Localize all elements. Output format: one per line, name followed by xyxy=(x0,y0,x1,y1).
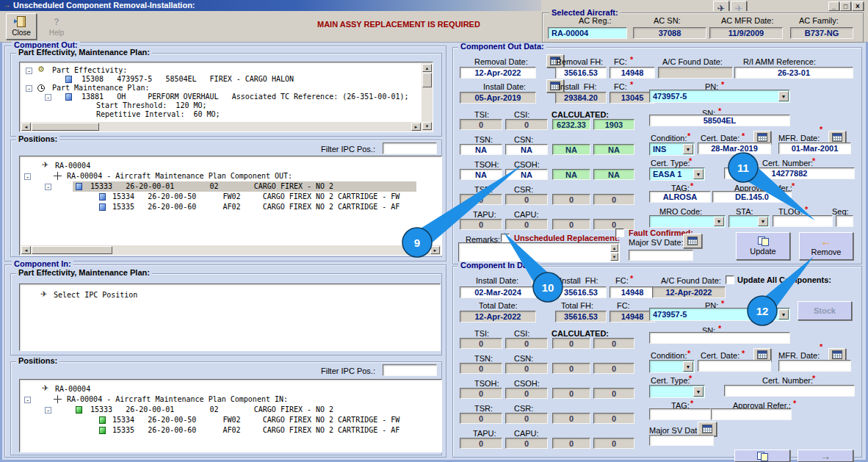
out-filter-ipc-input[interactable] xyxy=(383,142,437,154)
tree-row-selected[interactable]: 15333 26-20-00-01 02 CARGO FIREX - NO 2 xyxy=(90,182,333,191)
major-sv-date-calendar-button[interactable] xyxy=(683,234,702,248)
dropdown-arrow-icon[interactable]: ▼ xyxy=(758,217,768,226)
ri-amm-reference-field[interactable]: 26-23-01 xyxy=(734,67,853,79)
in-install-fh-field[interactable]: 35616.53 xyxy=(555,286,607,298)
tsoh-field[interactable]: NA xyxy=(460,169,502,180)
tree-row[interactable]: RA-00004 - Aircraft Maintenance Plan Com… xyxy=(67,172,292,181)
tree-row[interactable]: Select IPC Position xyxy=(54,291,137,300)
dropdown-arrow-icon[interactable]: ▼ xyxy=(693,169,704,179)
expander-icon[interactable]: - xyxy=(24,173,31,180)
removal-date-field[interactable]: 12-Apr-2022 xyxy=(460,67,536,79)
in-install-date-field[interactable]: 02-Mar-2024 xyxy=(460,286,536,298)
fault-confirmed-checkbox[interactable] xyxy=(615,228,624,237)
in-mfr-date-field[interactable] xyxy=(778,360,851,372)
tree-row[interactable]: 13881 OH PERFORM OVERHAUL Associated TC … xyxy=(82,93,409,101)
removal-fh-field[interactable]: 35616.53 xyxy=(555,67,607,79)
in-install-date-calendar-button[interactable] xyxy=(532,273,548,286)
scroll-right-icon[interactable]: ► xyxy=(430,246,440,254)
out-approval-field[interactable]: DE.145.0 xyxy=(712,191,792,203)
in-pn-combo[interactable]: 473957-5 ▼ xyxy=(649,308,790,321)
out-tag-field[interactable]: ALROSA xyxy=(649,191,711,203)
out-pn-combo[interactable]: 473957-5 ▼ xyxy=(649,90,790,103)
dropdown-arrow-icon[interactable]: ▼ xyxy=(778,309,789,320)
in-part-effectivity-tree[interactable]: ✈ Select IPC Position xyxy=(19,284,441,351)
tsn-field[interactable]: NA xyxy=(460,144,502,155)
in-cert-date-field[interactable] xyxy=(698,360,771,372)
scroll-left-icon[interactable]: ◄ xyxy=(21,123,31,131)
maximize-button[interactable]: □ xyxy=(840,1,851,11)
expander-icon[interactable]: - xyxy=(45,407,51,414)
tree-row[interactable]: Repetitive Interval: 60 MO; xyxy=(96,110,220,119)
scroll-down-icon[interactable]: ▼ xyxy=(422,122,432,130)
tree-row[interactable]: 15334 26-20-00-50 FW02 CARGO FIREX NO 2 … xyxy=(112,416,399,425)
removal-fc-field[interactable]: 14948 xyxy=(610,67,655,79)
titlebar[interactable]: → Unscheduled Component Removal-Installa… xyxy=(0,0,541,11)
in-filter-ipc-input[interactable] xyxy=(383,364,437,376)
out-part-effectivity-tree[interactable]: - ⚙ Part Effectivity: 15308 473957-5 585… xyxy=(19,62,433,132)
expander-icon[interactable]: - xyxy=(45,94,51,101)
out-positions-tree[interactable]: ✈ RA-00004 - RA-00004 - Aircraft Mainten… xyxy=(19,156,442,256)
tree-row[interactable]: Part Effectivity: xyxy=(52,66,127,75)
out-cert-number-field[interactable]: 14277882 xyxy=(724,167,855,179)
close-button[interactable]: Close xyxy=(6,13,37,40)
in-major-sv-date-field[interactable] xyxy=(649,435,714,446)
out-mfr-date-field[interactable]: 01-Mar-2001 xyxy=(778,142,851,154)
in-cert-type-combo[interactable]: ▼ xyxy=(649,385,705,398)
in-major-sv-date-calendar-button[interactable] xyxy=(698,422,717,436)
mro-code-combo[interactable]: ▼ xyxy=(649,215,726,228)
tree-row[interactable]: 15308 473957-5 58504EL FIREX - CARGO HAL… xyxy=(82,75,294,84)
tree-row[interactable]: Part Maintenance Plan: xyxy=(52,84,149,93)
tree-row[interactable]: 15333 26-20-00-01 02 CARGO FIREX - NO 2 xyxy=(90,405,333,414)
scroll-down-icon[interactable]: ▼ xyxy=(610,253,618,261)
in-positions-tree[interactable]: ✈ RA-00004 - RA-00004 - Aircraft Mainten… xyxy=(19,379,442,452)
dropdown-arrow-icon[interactable]: ▼ xyxy=(683,144,693,154)
dropdown-arrow-icon[interactable]: ▼ xyxy=(714,217,724,226)
out-major-sv-date-field[interactable] xyxy=(629,250,693,261)
csoh-field[interactable]: NA xyxy=(505,169,548,180)
in-install-button[interactable]: → xyxy=(798,450,853,462)
in-sn-field[interactable] xyxy=(649,332,790,344)
scrollbar-thumb[interactable] xyxy=(32,123,99,131)
in-cert-number-field[interactable] xyxy=(724,385,855,397)
in-install-fc-field[interactable]: 14948 xyxy=(610,286,655,298)
sta-combo[interactable]: ▼ xyxy=(728,215,770,228)
unscheduled-replacement-checkbox[interactable] xyxy=(501,234,510,242)
out-sn-field[interactable]: 58504EL xyxy=(649,115,790,126)
ac-reg-field[interactable]: RA-00004 xyxy=(548,27,627,39)
remove-button[interactable]: ← Remove xyxy=(799,232,853,260)
tree-row[interactable]: 15335 26-20-00-60 AF02 CARGO FIREX NO 2 … xyxy=(112,426,399,435)
tree-row[interactable]: RA-00004 xyxy=(55,162,90,170)
in-approval-field[interactable] xyxy=(711,408,792,420)
dropdown-arrow-icon[interactable]: ▼ xyxy=(778,91,789,101)
expander-icon[interactable]: - xyxy=(26,85,32,92)
stock-button[interactable]: Stock xyxy=(798,301,852,320)
scrollbar-thumb[interactable] xyxy=(32,246,112,254)
update-all-components-checkbox[interactable] xyxy=(726,275,734,284)
remarks-textarea[interactable] xyxy=(458,242,620,262)
scrollbar-thumb[interactable] xyxy=(422,73,432,87)
dropdown-arrow-icon[interactable]: ▼ xyxy=(693,386,704,397)
tree-row[interactable]: RA-00004 - Aircraft Maintenance Plan Com… xyxy=(67,395,288,404)
scroll-up-icon[interactable]: ▲ xyxy=(610,244,618,252)
minimize-button[interactable]: _ xyxy=(828,1,839,11)
close-window-button[interactable]: × xyxy=(852,1,864,11)
expander-icon[interactable]: - xyxy=(24,397,31,403)
tree-row[interactable]: Start Threshold: 120 MO; xyxy=(96,101,207,110)
in-condition-combo[interactable]: ▼ xyxy=(649,360,695,373)
help-button[interactable]: ? Help xyxy=(41,13,72,40)
expander-icon[interactable]: - xyxy=(26,68,32,74)
in-tag-field[interactable] xyxy=(649,408,711,420)
tree-row[interactable]: 15335 26-20-00-60 AF02 CARGO FIREX NO 2 … xyxy=(112,203,399,212)
tree-row[interactable]: RA-00004 xyxy=(55,385,90,394)
seq-field[interactable] xyxy=(836,215,853,227)
out-condition-combo[interactable]: INS ▼ xyxy=(649,142,695,156)
dropdown-arrow-icon[interactable]: ▼ xyxy=(683,361,693,372)
tree-row[interactable]: 15334 26-20-00-50 FW02 CARGO FIREX NO 2 … xyxy=(112,192,399,201)
csn-field[interactable]: NA xyxy=(505,144,548,155)
scroll-up-icon[interactable]: ▲ xyxy=(422,64,432,72)
scroll-left-icon[interactable]: ◄ xyxy=(21,246,31,254)
expander-icon[interactable]: - xyxy=(45,184,51,190)
in-update-button[interactable] xyxy=(734,450,790,462)
update-button[interactable]: Update xyxy=(736,232,790,260)
tlog-field[interactable] xyxy=(773,215,833,227)
